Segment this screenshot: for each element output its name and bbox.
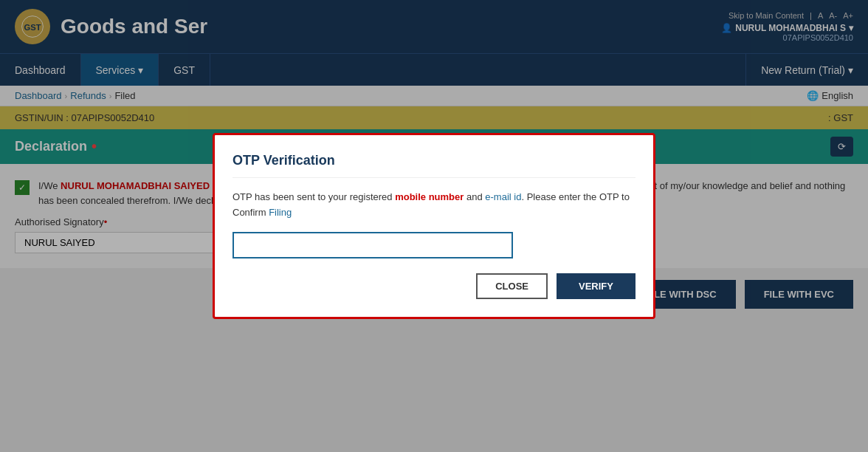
otp-input[interactable] <box>232 232 513 258</box>
filing-highlight: Filing <box>269 207 292 218</box>
modal-title: OTP Verification <box>232 153 636 178</box>
modal-overlay: OTP Verification OTP has been sent to yo… <box>0 0 868 452</box>
close-button[interactable]: CLOSE <box>476 273 548 299</box>
modal-buttons: CLOSE VERIFY <box>232 273 636 299</box>
otp-verification-modal: OTP Verification OTP has been sent to yo… <box>213 133 655 320</box>
modal-message: OTP has been sent to your registered mob… <box>232 190 636 221</box>
mobile-highlight: mobile number <box>395 191 464 202</box>
verify-button[interactable]: VERIFY <box>557 273 636 299</box>
email-highlight: e-mail id <box>485 191 521 202</box>
